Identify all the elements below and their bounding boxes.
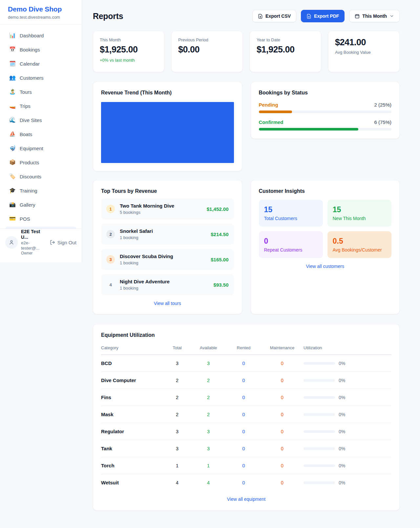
stat-card-previous-period: Previous Period $0.00	[171, 31, 243, 72]
cell-maintenance: 0	[261, 406, 304, 423]
wave-icon: 🌊	[9, 117, 16, 123]
sidebar-item-gallery[interactable]: 📸Gallery	[5, 198, 77, 211]
utilization-percent: 0%	[339, 378, 345, 383]
sidebar-item-dashboard[interactable]: 📊Dashboard	[5, 29, 77, 42]
equipment-utilization-title: Equipment Utilization	[101, 332, 391, 338]
tag-icon: 🏷️	[9, 174, 16, 179]
cell-utilization: 0%	[304, 372, 391, 389]
calendar-date-icon: 📅	[9, 47, 16, 52]
users-icon: 👥	[9, 75, 16, 80]
view-all-equipment-link[interactable]: View all equipment	[101, 497, 391, 502]
table-row: Fins 2 2 0 0 0%	[101, 389, 391, 406]
sidebar-item-pos[interactable]: 💳POS	[5, 213, 77, 225]
shop-domain: demo.test.divestreams.com	[8, 15, 74, 20]
view-all-customers-link[interactable]: View all customers	[259, 264, 392, 269]
tour-list-item: 4 Night Dive Adventure1 booking $93.50	[101, 274, 234, 295]
sidebar-item-calendar[interactable]: 🗓️Calendar	[5, 57, 77, 70]
cell-available: 3	[190, 440, 226, 457]
bookings-by-status-card: Bookings by Status Pending 2 (25%) Confi…	[251, 82, 400, 139]
utilization-bar	[304, 413, 335, 416]
cell-maintenance: 0	[261, 440, 304, 457]
speedboat-icon: 🚤	[9, 103, 16, 109]
cell-total: 3	[164, 423, 190, 440]
cell-category: BCD	[101, 355, 164, 372]
header-actions: Export CSV Export PDF This Month	[252, 10, 400, 22]
export-csv-label: Export CSV	[265, 13, 291, 19]
calendar-icon: 🗓️	[9, 61, 16, 66]
cell-available: 4	[190, 474, 226, 491]
tile-label: Repeat Customers	[264, 247, 318, 253]
cell-rented: 0	[226, 423, 261, 440]
sidebar-item-products[interactable]: 📦Products	[5, 156, 77, 169]
logout-icon	[50, 240, 55, 245]
sidebar-item-equipment[interactable]: 🤿Equipment	[5, 142, 77, 154]
tile-avg-bookings-customer: 0.5 Avg Bookings/Customer	[327, 231, 391, 258]
cell-category: Regulator	[101, 423, 164, 440]
person-icon	[9, 239, 14, 245]
tour-bookings: 1 booking	[120, 235, 153, 240]
cell-utilization: 0%	[304, 406, 391, 423]
cell-utilization: 0%	[304, 389, 391, 406]
cell-maintenance: 0	[261, 372, 304, 389]
export-csv-button[interactable]: Export CSV	[252, 10, 296, 22]
calendar-icon	[355, 14, 360, 19]
tour-bookings: 1 booking	[120, 286, 170, 291]
period-select[interactable]: This Month	[349, 10, 400, 22]
sidebar-item-label: Customers	[20, 75, 44, 81]
package-icon: 📦	[9, 160, 16, 165]
cell-category: Mask	[101, 406, 164, 423]
cell-rented: 0	[226, 440, 261, 457]
utilization-percent: 0%	[339, 429, 345, 434]
sidebar-item-tours[interactable]: 🏝️Tours	[5, 86, 77, 98]
view-all-tours-link[interactable]: View all tours	[101, 301, 234, 306]
cell-total: 3	[164, 440, 190, 457]
sidebar-item-label: Dashboard	[20, 33, 44, 38]
utilization-bar	[304, 447, 335, 450]
tile-value: 0.5	[333, 237, 386, 246]
cell-total: 3	[164, 355, 190, 372]
graduation-cap-icon: 🎓	[9, 188, 16, 193]
tour-list-item: 2 Snorkel Safari1 booking $214.50	[101, 224, 234, 245]
tour-revenue: $93.50	[210, 282, 229, 288]
cell-maintenance: 0	[261, 355, 304, 372]
sidebar-item-dive-sites[interactable]: 🌊Dive Sites	[5, 114, 77, 126]
utilization-percent: 0%	[339, 361, 345, 366]
column-header-category: Category	[101, 343, 164, 355]
sidebar-item-boats[interactable]: ⛵Boats	[5, 128, 77, 140]
customer-insights-card: Customer Insights 15 Total Customers 15 …	[251, 180, 400, 314]
table-header-row: Category Total Available Rented Maintena…	[101, 343, 391, 355]
cell-maintenance: 0	[261, 474, 304, 491]
sidebar-nav: 📊Dashboard 📅Bookings 🗓️Calendar 👥Custome…	[0, 25, 82, 229]
sidebar-header: Demo Dive Shop demo.test.divestreams.com	[0, 0, 82, 25]
cell-category: Dive Computer	[101, 372, 164, 389]
sidebar-item-label: Products	[20, 160, 39, 165]
tour-bookings: 5 bookings	[120, 210, 174, 215]
stat-value: $0.00	[178, 45, 236, 55]
table-row: Mask 2 2 0 0 0%	[101, 406, 391, 423]
sidebar-item-customers[interactable]: 👥Customers	[5, 71, 77, 84]
table-row: Torch 1 1 0 0 0%	[101, 457, 391, 474]
tile-value: 0	[264, 237, 318, 246]
sidebar-item-label: POS	[20, 216, 30, 222]
cell-total: 1	[164, 457, 190, 474]
cell-available: 2	[190, 406, 226, 423]
tour-revenue: $165.00	[207, 257, 228, 262]
sidebar-item-label: Tours	[20, 89, 32, 95]
file-download-icon	[258, 14, 263, 19]
sign-out-button[interactable]: Sign Out	[50, 240, 76, 245]
island-icon: 🏝️	[9, 89, 16, 94]
sidebar-item-training[interactable]: 🎓Training	[5, 184, 77, 197]
sidebar-item-discounts[interactable]: 🏷️Discounts	[5, 170, 77, 183]
utilization-percent: 0%	[339, 463, 345, 468]
sidebar-item-bookings[interactable]: 📅Bookings	[5, 43, 77, 56]
tile-value: 15	[333, 205, 386, 214]
rank-badge: 3	[106, 255, 115, 264]
utilization-bar	[304, 464, 335, 467]
tile-total-customers: 15 Total Customers	[259, 200, 323, 227]
sidebar-item-trips[interactable]: 🚤Trips	[5, 100, 77, 112]
export-pdf-button[interactable]: Export PDF	[301, 10, 345, 22]
tour-name: Snorkel Safari	[120, 228, 153, 234]
main-content: Reports Export CSV Export PDF This Month…	[82, 0, 420, 511]
tile-label: New This Month	[333, 216, 386, 221]
stat-value: $1,925.00	[100, 45, 158, 55]
